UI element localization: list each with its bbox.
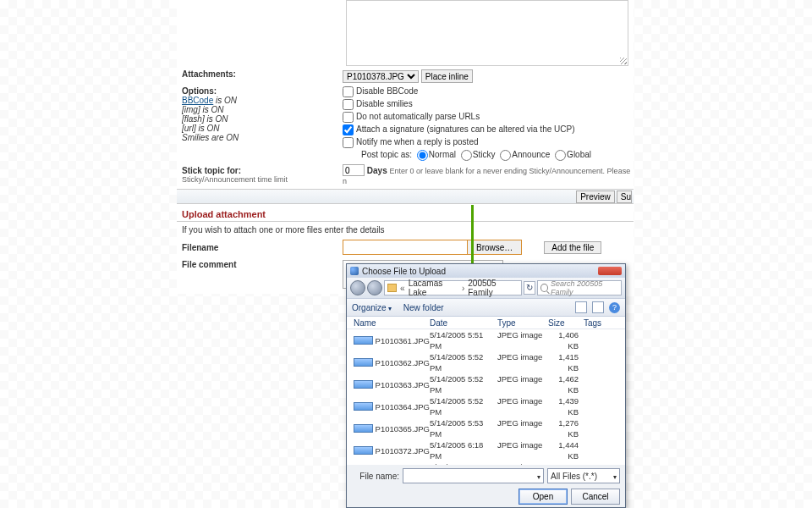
radio-announce[interactable] bbox=[500, 150, 511, 161]
search-icon bbox=[540, 284, 548, 292]
open-button[interactable]: Open bbox=[518, 489, 568, 505]
no-parse-urls-checkbox[interactable] bbox=[343, 112, 354, 123]
filename-combo[interactable] bbox=[403, 468, 544, 483]
toolbar: Organize New folder ? bbox=[347, 298, 625, 317]
submit-button[interactable]: Su bbox=[617, 190, 632, 203]
app-icon bbox=[350, 267, 359, 275]
file-row[interactable]: P1010373.JPG5/14/2005 6:19 PMJPEG image1… bbox=[347, 461, 625, 465]
options-label: Options: bbox=[182, 86, 343, 96]
notify-reply-checkbox[interactable] bbox=[343, 137, 354, 148]
flash-status: [flash] is ON bbox=[182, 114, 343, 124]
stick-topic-label: Stick topic for: bbox=[182, 166, 343, 175]
jpeg-icon bbox=[354, 336, 373, 345]
new-folder-button[interactable]: New folder bbox=[403, 303, 444, 312]
filename-row: File name: All Files (*.*) bbox=[347, 465, 625, 487]
url-status: [url] is ON bbox=[182, 124, 343, 133]
filter-combo[interactable]: All Files (*.*) bbox=[547, 468, 620, 483]
attach-signature-checkbox[interactable] bbox=[343, 124, 354, 135]
disable-bbcode-checkbox[interactable] bbox=[343, 86, 354, 97]
preview-pane-icon[interactable] bbox=[592, 301, 604, 313]
view-icon[interactable] bbox=[575, 301, 587, 313]
dialog-title: Choose File to Upload bbox=[362, 267, 595, 276]
post-form-panel: Attachments: P1010378.JPG Place inline O… bbox=[177, 0, 634, 294]
add-file-button[interactable]: Add the file bbox=[544, 241, 601, 254]
stick-topic-sublabel: Sticky/Announcement time limit bbox=[182, 175, 343, 184]
back-button[interactable] bbox=[350, 280, 365, 295]
arrow-line bbox=[471, 205, 474, 268]
help-icon[interactable]: ? bbox=[609, 302, 620, 313]
file-list: NameDateTypeSizeTags P1010361.JPG5/14/20… bbox=[347, 317, 625, 465]
upload-heading: Upload attachment bbox=[177, 204, 634, 222]
breadcrumb[interactable]: « Lacamas Lake 200505 Family bbox=[384, 280, 522, 295]
jpeg-icon bbox=[354, 402, 373, 411]
stick-days-input[interactable] bbox=[343, 164, 365, 176]
refresh-icon[interactable]: ↻ bbox=[524, 281, 535, 295]
file-row[interactable]: P1010361.JPG5/14/2005 5:51 PMJPEG image1… bbox=[347, 329, 625, 351]
column-headers[interactable]: NameDateTypeSizeTags bbox=[347, 317, 625, 329]
file-dialog: Choose File to Upload « Lacamas Lake 200… bbox=[346, 263, 626, 508]
place-inline-button[interactable]: Place inline bbox=[421, 69, 473, 83]
jpeg-icon bbox=[354, 358, 373, 367]
organize-menu[interactable]: Organize bbox=[352, 303, 392, 312]
post-topic-as-row: Post topic as: Normal Sticky Announce Gl… bbox=[343, 150, 634, 161]
dialog-titlebar[interactable]: Choose File to Upload bbox=[347, 264, 625, 278]
file-row[interactable]: P1010362.JPG5/14/2005 5:52 PMJPEG image1… bbox=[347, 351, 625, 373]
forward-button[interactable] bbox=[367, 280, 382, 295]
upload-desc: If you wish to attach one or more files … bbox=[177, 225, 634, 240]
close-icon[interactable] bbox=[598, 267, 622, 275]
browse-button[interactable]: Browse… bbox=[467, 240, 522, 255]
jpeg-icon bbox=[354, 446, 373, 455]
jpeg-icon bbox=[354, 424, 373, 433]
message-textarea[interactable] bbox=[346, 0, 628, 66]
disable-smilies-checkbox[interactable] bbox=[343, 99, 354, 110]
radio-sticky[interactable] bbox=[461, 150, 472, 161]
attachment-select[interactable]: P1010378.JPG bbox=[343, 70, 419, 83]
radio-global[interactable] bbox=[555, 150, 566, 161]
file-row[interactable]: P1010365.JPG5/14/2005 5:53 PMJPEG image1… bbox=[347, 417, 625, 439]
radio-normal[interactable] bbox=[417, 150, 428, 161]
file-row[interactable]: P1010372.JPG5/14/2005 6:18 PMJPEG image1… bbox=[347, 439, 625, 461]
attachments-label: Attachments: bbox=[182, 69, 236, 79]
dialog-buttons: Open Cancel bbox=[347, 487, 625, 508]
filename-input[interactable] bbox=[343, 240, 468, 255]
jpeg-icon bbox=[354, 380, 373, 389]
img-status: [img] is ON bbox=[182, 105, 343, 114]
smilies-status: Smilies are ON bbox=[182, 133, 343, 142]
preview-button[interactable]: Preview bbox=[576, 190, 615, 203]
folder-icon bbox=[387, 284, 397, 292]
action-bar: Preview Su bbox=[177, 189, 634, 204]
filename-label: Filename bbox=[182, 243, 218, 252]
search-input[interactable]: Search 200505 Family bbox=[537, 280, 622, 295]
nav-row: « Lacamas Lake 200505 Family ↻ Search 20… bbox=[347, 278, 625, 298]
resize-handle[interactable] bbox=[620, 58, 627, 64]
cancel-button[interactable]: Cancel bbox=[571, 489, 620, 505]
file-row[interactable]: P1010364.JPG5/14/2005 5:52 PMJPEG image1… bbox=[347, 395, 625, 417]
file-comment-label: File comment bbox=[182, 260, 236, 269]
bbcode-link[interactable]: BBCode bbox=[182, 96, 213, 105]
file-row[interactable]: P1010363.JPG5/14/2005 5:52 PMJPEG image1… bbox=[347, 373, 625, 395]
